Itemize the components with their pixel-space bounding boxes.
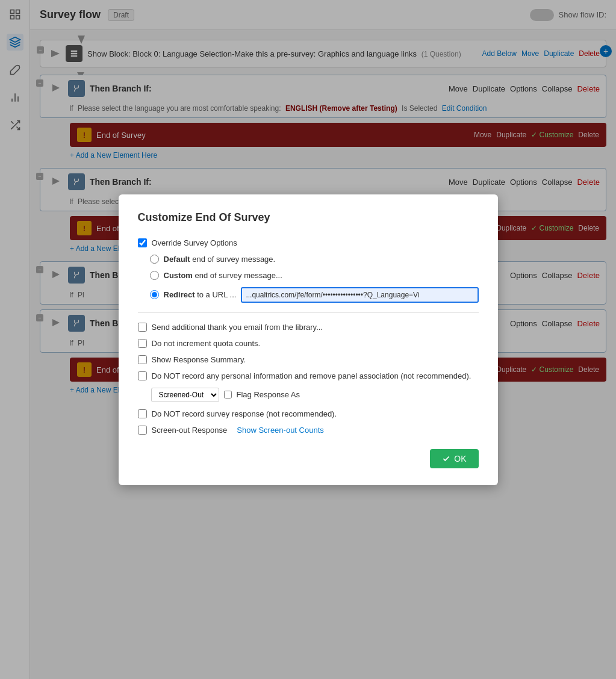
redirect-option-label: Redirect to a URL ... xyxy=(164,290,237,299)
redirect-radio[interactable] xyxy=(150,290,159,299)
show-response-summary-label[interactable]: Show Response Summary. xyxy=(152,355,246,364)
no-increment-quota-row: Do not increment quota counts. xyxy=(138,339,479,348)
default-radio[interactable] xyxy=(150,255,159,264)
modal-title: Customize End Of Survey xyxy=(138,211,479,224)
custom-option-row: Custom end of survey message... xyxy=(150,271,479,280)
custom-radio[interactable] xyxy=(150,271,159,280)
no-increment-quota-checkbox[interactable] xyxy=(138,339,147,348)
no-record-survey-row: Do NOT record survey response (not recom… xyxy=(138,409,479,418)
override-survey-options-checkbox[interactable] xyxy=(138,238,147,247)
send-thank-you-label[interactable]: Send additional thank you email from the… xyxy=(152,323,323,332)
screen-out-response-checkbox[interactable] xyxy=(138,426,147,435)
no-record-personal-checkbox[interactable] xyxy=(138,371,147,380)
redirect-option-row: Redirect to a URL ... xyxy=(150,287,479,303)
modal-footer: OK xyxy=(138,449,479,468)
modal-overlay[interactable]: Customize End Of Survey Override Survey … xyxy=(0,0,616,679)
divider1 xyxy=(138,312,479,313)
screen-out-response-label: Screen-out Response xyxy=(152,426,228,435)
override-survey-options-row: Override Survey Options xyxy=(138,238,479,247)
no-record-personal-row: Do NOT record any personal information a… xyxy=(138,371,479,380)
flag-response-dropdown[interactable]: Screened-Out xyxy=(151,388,219,402)
no-record-survey-label[interactable]: Do NOT record survey response (not recom… xyxy=(152,409,337,418)
show-screen-out-counts-link[interactable]: Show Screen-out Counts xyxy=(237,426,324,435)
override-survey-options-label[interactable]: Override Survey Options xyxy=(152,238,237,247)
redirect-url-input[interactable] xyxy=(241,287,478,303)
flag-response-row: Screened-Out Flag Response As xyxy=(151,388,479,402)
show-response-summary-checkbox[interactable] xyxy=(138,355,147,364)
screen-out-response-row: Screen-out Response Show Screen-out Coun… xyxy=(138,426,479,435)
customize-end-of-survey-modal: Customize End Of Survey Override Survey … xyxy=(119,194,498,485)
flag-response-checkbox[interactable] xyxy=(224,391,232,398)
flag-response-label[interactable]: Flag Response As xyxy=(237,390,300,399)
custom-option-label: Custom end of survey message... xyxy=(164,271,282,280)
send-thank-you-checkbox[interactable] xyxy=(138,323,147,332)
modal-body: Override Survey Options Default end of s… xyxy=(138,238,479,435)
default-option-label: Default end of survey message. xyxy=(164,255,276,264)
no-record-personal-label[interactable]: Do NOT record any personal information a… xyxy=(152,371,471,380)
no-increment-quota-label[interactable]: Do not increment quota counts. xyxy=(152,339,261,348)
default-option-row: Default end of survey message. xyxy=(150,255,479,264)
show-response-summary-row: Show Response Summary. xyxy=(138,355,479,364)
ok-button[interactable]: OK xyxy=(430,449,478,468)
send-thank-you-row: Send additional thank you email from the… xyxy=(138,323,479,332)
no-record-survey-checkbox[interactable] xyxy=(138,409,147,418)
